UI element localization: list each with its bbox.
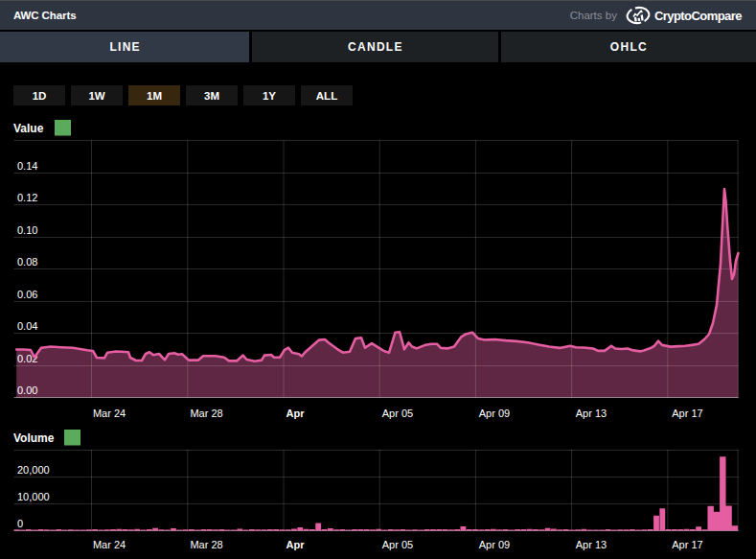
svg-text:Apr 17: Apr 17 (672, 539, 702, 550)
svg-text:Mar 28: Mar 28 (190, 539, 222, 550)
svg-text:Apr: Apr (286, 408, 306, 419)
svg-text:0.08: 0.08 (17, 256, 37, 268)
svg-text:Apr 13: Apr 13 (576, 408, 607, 419)
svg-text:0: 0 (17, 518, 23, 529)
svg-text:0.06: 0.06 (17, 289, 37, 300)
svg-text:Apr 13: Apr 13 (576, 539, 607, 550)
svg-text:Apr 05: Apr 05 (382, 539, 413, 550)
svg-text:0.00: 0.00 (17, 384, 37, 396)
svg-text:Apr 05: Apr 05 (382, 408, 413, 419)
svg-text:Mar 24: Mar 24 (93, 408, 126, 419)
svg-text:Mar 24: Mar 24 (93, 539, 126, 550)
svg-text:0.04: 0.04 (17, 320, 37, 332)
svg-text:Apr: Apr (286, 539, 306, 550)
svg-text:Apr 17: Apr 17 (672, 408, 702, 419)
svg-text:Apr 09: Apr 09 (479, 539, 510, 550)
svg-text:Mar 28: Mar 28 (190, 408, 222, 419)
svg-text:20,000: 20,000 (17, 464, 50, 476)
svg-text:Apr 09: Apr 09 (479, 408, 510, 419)
svg-text:0.10: 0.10 (17, 224, 37, 236)
svg-text:0.14: 0.14 (17, 160, 37, 172)
svg-text:Volume: Volume (13, 431, 55, 445)
svg-text:0.12: 0.12 (17, 192, 37, 203)
svg-text:0.02: 0.02 (17, 353, 37, 364)
svg-text:Value: Value (13, 122, 44, 135)
svg-text:10,000: 10,000 (17, 491, 50, 502)
